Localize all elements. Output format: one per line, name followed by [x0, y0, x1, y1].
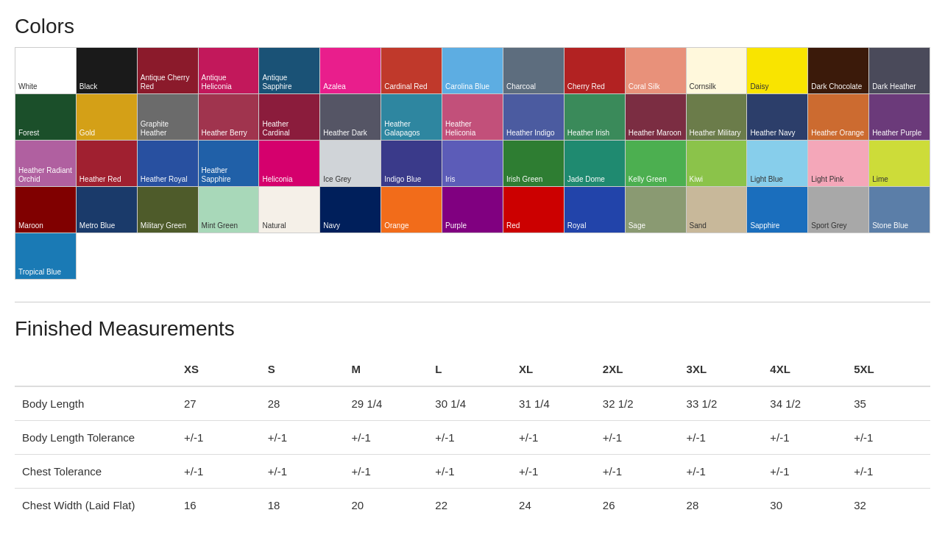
color-label: Heather Berry: [202, 129, 247, 138]
color-label: Heather Heliconia: [445, 120, 500, 138]
color-cell[interactable]: White: [15, 48, 77, 94]
color-cell[interactable]: Indigo Blue: [381, 141, 442, 187]
measurements-row: Body Length Tolerance+/-1+/-1+/-1+/-1+/-…: [15, 421, 930, 455]
color-cell[interactable]: Graphite Heather: [138, 94, 199, 141]
color-label: White: [18, 82, 38, 91]
color-label: Dark Heather: [872, 82, 916, 91]
measurements-cell: +/-1: [512, 455, 595, 489]
color-label: Daisy: [750, 82, 768, 91]
color-cell[interactable]: Sport Grey: [808, 187, 869, 233]
color-cell[interactable]: Lime: [869, 141, 930, 187]
color-cell[interactable]: Cornsilk: [687, 48, 748, 94]
color-cell[interactable]: Mint Green: [199, 187, 260, 233]
color-label: Heather Dark: [323, 129, 367, 138]
color-cell[interactable]: Sapphire: [747, 187, 808, 233]
color-cell[interactable]: Forest: [15, 94, 77, 141]
color-cell[interactable]: Antique Sapphire: [259, 48, 320, 94]
color-cell[interactable]: Sand: [687, 187, 748, 233]
color-label: Jade Dome: [567, 175, 605, 184]
color-cell[interactable]: Navy: [320, 187, 381, 233]
measurements-cell: +/-1: [344, 455, 428, 489]
color-label: Maroon: [18, 221, 43, 230]
color-label: Dark Chocolate: [811, 82, 862, 91]
color-cell[interactable]: Heather Military: [687, 94, 748, 141]
color-label: Heather Navy: [750, 129, 795, 138]
color-cell[interactable]: Natural: [259, 187, 320, 233]
color-cell[interactable]: Maroon: [15, 187, 77, 233]
color-cell[interactable]: Dark Chocolate: [808, 48, 869, 94]
color-label: Navy: [323, 221, 340, 230]
color-cell[interactable]: Black: [77, 48, 138, 94]
color-label: Heather Cardinal: [262, 120, 316, 138]
color-label: Orange: [384, 221, 408, 230]
measurements-cell: +/-1: [344, 421, 428, 455]
color-cell[interactable]: Carolina Blue: [442, 48, 503, 94]
measurements-column-header: S: [261, 352, 344, 386]
measurements-cell: +/-1: [762, 421, 846, 455]
color-cell[interactable]: Charcoal: [503, 48, 564, 94]
color-cell[interactable]: Stone Blue: [869, 187, 930, 233]
color-cell[interactable]: Coral Silk: [626, 48, 687, 94]
color-cell[interactable]: Heather Red: [77, 141, 138, 187]
color-cell[interactable]: Kelly Green: [626, 141, 687, 187]
color-cell[interactable]: Heather Irish: [564, 94, 626, 141]
color-cell[interactable]: Cardinal Red: [381, 48, 442, 94]
color-label: Red: [506, 221, 520, 230]
color-cell[interactable]: Heather Cardinal: [259, 94, 320, 141]
colors-title: Colors: [15, 15, 930, 38]
color-cell[interactable]: Ice Grey: [320, 141, 381, 187]
color-label: Heather Irish: [567, 129, 609, 138]
color-cell[interactable]: Irish Green: [503, 141, 564, 187]
color-cell[interactable]: Orange: [381, 187, 442, 233]
color-cell[interactable]: Iris: [442, 141, 503, 187]
color-cell[interactable]: Metro Blue: [77, 187, 138, 233]
color-cell[interactable]: Purple: [442, 187, 503, 233]
color-label: Sport Grey: [811, 221, 846, 230]
color-cell[interactable]: Kiwi: [687, 141, 748, 187]
color-label: Heather Orange: [811, 129, 864, 138]
color-cell[interactable]: Tropical Blue: [15, 233, 77, 280]
color-cell[interactable]: Heather Galapagos: [381, 94, 442, 141]
color-cell[interactable]: Heliconia: [259, 141, 320, 187]
color-cell[interactable]: Heather Dark: [320, 94, 381, 141]
color-cell[interactable]: Heather Navy: [747, 94, 808, 141]
color-label: Heather Purple: [872, 129, 921, 138]
color-cell[interactable]: Heather Purple: [869, 94, 930, 141]
measurements-cell: 33 1/2: [679, 386, 763, 421]
color-cell[interactable]: Heather Orange: [808, 94, 869, 141]
measurements-cell: 24: [512, 489, 595, 522]
color-cell[interactable]: Antique Cherry Red: [138, 48, 199, 94]
color-cell[interactable]: Royal: [564, 187, 626, 233]
color-cell[interactable]: Light Blue: [747, 141, 808, 187]
color-cell[interactable]: Gold: [77, 94, 138, 141]
measurements-cell: 31 1/4: [512, 386, 595, 421]
color-cell[interactable]: Daisy: [747, 48, 808, 94]
measurements-column-header: 5XL: [846, 352, 930, 386]
color-cell[interactable]: Military Green: [138, 187, 199, 233]
color-cell[interactable]: Light Pink: [808, 141, 869, 187]
color-label: Iris: [445, 175, 455, 184]
color-cell[interactable]: Heather Heliconia: [442, 94, 503, 141]
color-cell[interactable]: Antique Heliconia: [199, 48, 260, 94]
measurements-cell: 32: [846, 489, 930, 522]
color-cell[interactable]: Heather Indigo: [503, 94, 564, 141]
color-cell[interactable]: Heather Sapphire: [199, 141, 260, 187]
color-label: Cardinal Red: [384, 82, 427, 91]
color-cell[interactable]: Cherry Red: [564, 48, 626, 94]
color-cell[interactable]: Heather Maroon: [626, 94, 687, 141]
color-cell[interactable]: Heather Royal: [138, 141, 199, 187]
color-cell[interactable]: Jade Dome: [564, 141, 626, 187]
color-label: Royal: [567, 221, 587, 230]
measurements-cell: +/-1: [261, 455, 344, 489]
measurements-cell: +/-1: [428, 421, 512, 455]
color-cell[interactable]: Azalea: [320, 48, 381, 94]
color-cell[interactable]: Heather Berry: [199, 94, 260, 141]
color-cell[interactable]: Heather Radiant Orchid: [15, 141, 77, 187]
color-cell[interactable]: Red: [503, 187, 564, 233]
measurements-row-label: Chest Tolerance: [15, 455, 177, 489]
color-label: Military Green: [141, 221, 186, 230]
measurements-cell: +/-1: [846, 455, 930, 489]
color-cell[interactable]: Sage: [626, 187, 687, 233]
measurements-cell: 18: [261, 489, 344, 522]
color-cell[interactable]: Dark Heather: [869, 48, 930, 94]
